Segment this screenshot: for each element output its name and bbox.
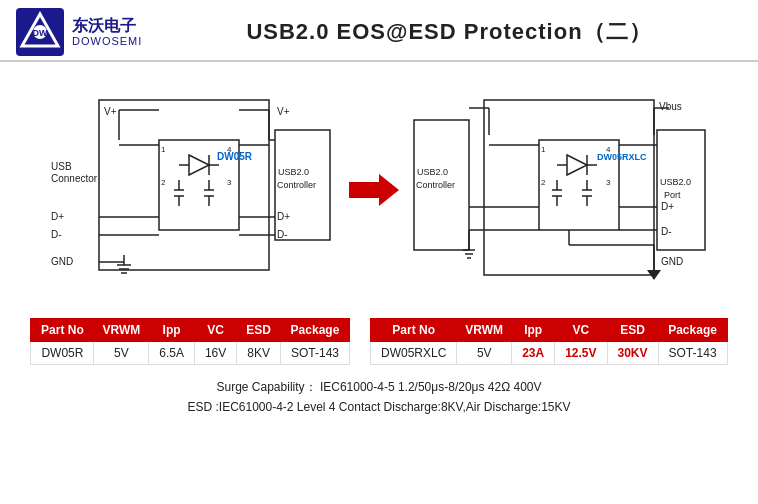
svg-text:Port: Port [664,190,681,200]
svg-text:3: 3 [606,178,611,187]
svg-text:1: 1 [161,145,166,154]
col-ipp-left: Ipp [149,319,195,342]
cell-ipp-dw05r: 6.5A [149,342,195,365]
logo-cn: 东沃电子 [72,16,142,35]
circuit-diagram-right: USB2.0 Controller Vbus DW05RXLC 1 [409,80,709,300]
svg-text:V+: V+ [277,106,290,117]
col-vc-left: VC [194,319,236,342]
svg-text:GND: GND [661,256,683,267]
svg-text:DW05RXLC: DW05RXLC [597,152,647,162]
col-esd-right: ESD [607,319,658,342]
svg-text:DW05R: DW05R [217,151,253,162]
circuit-diagram-left: USB Connector V+ V+ DW05R [49,80,339,300]
svg-text:D-: D- [277,229,288,240]
cell-esd-dw05r: 8KV [237,342,281,365]
svg-marker-66 [567,155,587,175]
logo-en: DOWOSEMI [72,35,142,48]
svg-text:1: 1 [541,145,546,154]
svg-text:Controller: Controller [277,180,316,190]
svg-text:D-: D- [51,229,62,240]
svg-text:GND: GND [51,256,73,267]
page-title: USB2.0 EOS@ESD Protection（二） [156,17,742,47]
diagram-area: USB Connector V+ V+ DW05R [0,62,758,312]
svg-text:4: 4 [227,145,232,154]
svg-text:D+: D+ [277,211,290,222]
svg-text:USB: USB [51,161,72,172]
col-vrwm-right: VRWM [457,319,512,342]
col-package-left: Package [280,319,349,342]
cell-part-no-dw05rxlc: DW05RXLC [370,342,456,365]
footer-line1: Surge Capability： IEC61000-4-5 1.2/50μs-… [10,377,748,397]
svg-text:USB2.0: USB2.0 [278,167,309,177]
svg-text:Connector: Connector [51,173,98,184]
table-row-left: DW05R 5V 6.5A 16V 8KV SOT-143 [31,342,350,365]
svg-text:4: 4 [606,145,611,154]
tables-area: Part No VRWM Ipp VC ESD Package DW05R 5V… [0,312,758,371]
svg-text:DW: DW [33,28,48,38]
svg-text:Controller: Controller [416,180,455,190]
col-package-right: Package [658,319,727,342]
cell-part-no-dw05r: DW05R [31,342,94,365]
col-vc-right: VC [555,319,607,342]
svg-text:3: 3 [227,178,232,187]
svg-marker-53 [349,174,399,206]
col-part-no-right: Part No [370,319,456,342]
logo-text: 东沃电子 DOWOSEMI [72,16,142,48]
col-ipp-right: Ipp [512,319,555,342]
cell-vrwm-dw05rxlc: 5V [457,342,512,365]
col-esd-left: ESD [237,319,281,342]
svg-text:D+: D+ [51,211,64,222]
logo-icon: DW [16,8,64,56]
cell-esd-dw05rxlc: 30KV [607,342,658,365]
header: DW 东沃电子 DOWOSEMI USB2.0 EOS@ESD Protecti… [0,0,758,62]
svg-text:D-: D- [661,226,672,237]
svg-rect-57 [484,100,654,275]
table-row-right: DW05RXLC 5V 23A 12.5V 30KV SOT-143 [370,342,727,365]
table-left: Part No VRWM Ipp VC ESD Package DW05R 5V… [30,318,350,365]
cell-vc-dw05r: 16V [194,342,236,365]
svg-text:USB2.0: USB2.0 [660,177,691,187]
svg-text:2: 2 [161,178,166,187]
svg-rect-6 [99,100,269,270]
col-vrwm-left: VRWM [94,319,149,342]
svg-marker-16 [189,155,209,175]
cell-package-dw05rxlc: SOT-143 [658,342,727,365]
cell-package-dw05r: SOT-143 [280,342,349,365]
table-right: Part No VRWM Ipp VC ESD Package DW05RXLC… [370,318,728,365]
svg-text:USB2.0: USB2.0 [417,167,448,177]
cell-ipp-dw05rxlc: 23A [512,342,555,365]
col-part-no-left: Part No [31,319,94,342]
arrow-right [349,170,399,210]
svg-text:D+: D+ [661,201,674,212]
svg-text:2: 2 [541,178,546,187]
svg-text:Vbus: Vbus [659,101,682,112]
logo-area: DW 东沃电子 DOWOSEMI [16,8,156,56]
cell-vrwm-dw05r: 5V [94,342,149,365]
footer-line2: ESD :IEC61000-4-2 Level 4 Contact Discha… [10,397,748,417]
cell-vc-dw05rxlc: 12.5V [555,342,607,365]
svg-text:V+: V+ [104,106,117,117]
footer-notes: Surge Capability： IEC61000-4-5 1.2/50μs-… [0,371,758,420]
